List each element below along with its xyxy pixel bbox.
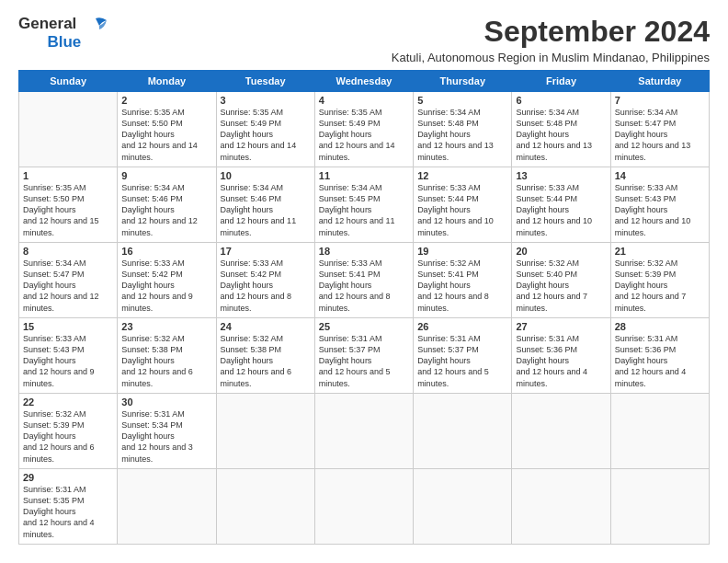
table-row (19, 92, 118, 167)
table-row: 22Sunrise: 5:32 AMSunset: 5:39 PMDayligh… (19, 394, 118, 469)
table-row: 19Sunrise: 5:32 AMSunset: 5:41 PMDayligh… (414, 243, 512, 318)
day-info: Sunrise: 5:32 AMSunset: 5:38 PMDaylight … (121, 333, 211, 389)
table-row: 4Sunrise: 5:35 AMSunset: 5:49 PMDaylight… (314, 92, 413, 167)
day-info: Sunrise: 5:32 AMSunset: 5:38 PMDaylight … (221, 333, 311, 389)
header-wednesday: Wednesday (314, 71, 413, 92)
table-row (512, 394, 610, 469)
day-number: 7 (615, 95, 705, 106)
page-header: General Blue September 2024 Katuli, Auto… (18, 15, 710, 64)
table-row: 17Sunrise: 5:33 AMSunset: 5:42 PMDayligh… (216, 243, 314, 318)
table-row (216, 394, 314, 469)
day-info: Sunrise: 5:33 AMSunset: 5:41 PMDaylight … (319, 258, 409, 314)
day-number: 4 (319, 95, 409, 106)
logo: General Blue (18, 15, 108, 52)
day-number: 10 (221, 170, 311, 181)
day-info: Sunrise: 5:31 AMSunset: 5:37 PMDaylight … (417, 333, 507, 389)
day-info: Sunrise: 5:33 AMSunset: 5:44 PMDaylight … (417, 182, 507, 238)
table-row: 14Sunrise: 5:33 AMSunset: 5:43 PMDayligh… (610, 167, 709, 243)
logo-blue: Blue (47, 33, 81, 51)
day-number: 23 (121, 321, 211, 332)
table-row (610, 469, 709, 545)
calendar-week-row: 22Sunrise: 5:32 AMSunset: 5:39 PMDayligh… (19, 394, 710, 469)
day-number: 6 (516, 95, 606, 106)
day-number: 19 (417, 246, 507, 257)
table-row: 5Sunrise: 5:34 AMSunset: 5:48 PMDaylight… (414, 92, 512, 167)
table-row: 10Sunrise: 5:34 AMSunset: 5:46 PMDayligh… (216, 167, 314, 243)
day-number: 30 (121, 396, 211, 408)
table-row: 24Sunrise: 5:32 AMSunset: 5:38 PMDayligh… (216, 318, 314, 394)
day-number: 29 (23, 472, 113, 483)
table-row (512, 469, 610, 545)
table-row: 9Sunrise: 5:34 AMSunset: 5:46 PMDaylight… (118, 167, 216, 243)
day-info: Sunrise: 5:32 AMSunset: 5:41 PMDaylight … (417, 258, 507, 314)
day-info: Sunrise: 5:33 AMSunset: 5:44 PMDaylight … (516, 182, 606, 238)
table-row (610, 394, 709, 469)
day-info: Sunrise: 5:34 AMSunset: 5:48 PMDaylight … (516, 107, 606, 163)
table-row: 12Sunrise: 5:33 AMSunset: 5:44 PMDayligh… (414, 167, 512, 243)
table-row: 20Sunrise: 5:32 AMSunset: 5:40 PMDayligh… (512, 243, 610, 318)
day-info: Sunrise: 5:32 AMSunset: 5:39 PMDaylight … (615, 258, 705, 314)
header-monday: Monday (118, 71, 216, 92)
calendar-week-row: 29Sunrise: 5:31 AMSunset: 5:35 PMDayligh… (19, 469, 710, 545)
table-row (414, 394, 512, 469)
day-number: 15 (23, 321, 113, 332)
day-info: Sunrise: 5:35 AMSunset: 5:49 PMDaylight … (221, 107, 311, 163)
day-info: Sunrise: 5:32 AMSunset: 5:40 PMDaylight … (516, 258, 606, 314)
day-number: 12 (417, 170, 507, 181)
day-number: 24 (221, 321, 311, 332)
table-row: 8Sunrise: 5:34 AMSunset: 5:47 PMDaylight… (19, 243, 118, 318)
table-row: 23Sunrise: 5:32 AMSunset: 5:38 PMDayligh… (118, 318, 216, 394)
table-row: 13Sunrise: 5:33 AMSunset: 5:44 PMDayligh… (512, 167, 610, 243)
day-number: 17 (221, 246, 311, 257)
day-info: Sunrise: 5:32 AMSunset: 5:39 PMDaylight … (23, 408, 113, 465)
day-number: 8 (23, 246, 113, 257)
day-info: Sunrise: 5:33 AMSunset: 5:42 PMDaylight … (121, 258, 211, 314)
day-info: Sunrise: 5:31 AMSunset: 5:37 PMDaylight … (319, 333, 409, 389)
day-number: 1 (23, 170, 113, 181)
day-number: 26 (417, 321, 507, 332)
header-tuesday: Tuesday (216, 71, 314, 92)
table-row: 28Sunrise: 5:31 AMSunset: 5:36 PMDayligh… (610, 318, 709, 394)
day-info: Sunrise: 5:34 AMSunset: 5:47 PMDaylight … (23, 258, 113, 314)
day-info: Sunrise: 5:34 AMSunset: 5:46 PMDaylight … (121, 182, 211, 238)
table-row (314, 394, 413, 469)
day-number: 22 (23, 396, 113, 408)
day-info: Sunrise: 5:34 AMSunset: 5:48 PMDaylight … (417, 107, 507, 163)
day-number: 5 (417, 95, 507, 106)
table-row (414, 469, 512, 545)
table-row: 29Sunrise: 5:31 AMSunset: 5:35 PMDayligh… (19, 469, 118, 545)
day-info: Sunrise: 5:33 AMSunset: 5:43 PMDaylight … (615, 182, 705, 238)
table-row (118, 469, 216, 545)
day-number: 13 (516, 170, 606, 181)
header-saturday: Saturday (610, 71, 709, 92)
day-info: Sunrise: 5:31 AMSunset: 5:36 PMDaylight … (516, 333, 606, 389)
day-info: Sunrise: 5:31 AMSunset: 5:36 PMDaylight … (615, 333, 705, 389)
calendar-week-row: 2Sunrise: 5:35 AMSunset: 5:50 PMDaylight… (19, 92, 710, 167)
day-number: 20 (516, 246, 606, 257)
table-row: 26Sunrise: 5:31 AMSunset: 5:37 PMDayligh… (414, 318, 512, 394)
day-number: 14 (615, 170, 705, 181)
day-number: 25 (319, 321, 409, 332)
table-row: 2Sunrise: 5:35 AMSunset: 5:50 PMDaylight… (118, 92, 216, 167)
table-row: 15Sunrise: 5:33 AMSunset: 5:43 PMDayligh… (19, 318, 118, 394)
header-sunday: Sunday (19, 71, 118, 92)
table-row: 6Sunrise: 5:34 AMSunset: 5:48 PMDaylight… (512, 92, 610, 167)
header-friday: Friday (512, 71, 610, 92)
day-number: 28 (615, 321, 705, 332)
location-subtitle: Katuli, Autonomous Region in Muslim Mind… (392, 51, 710, 64)
day-number: 27 (516, 321, 606, 332)
table-row: 21Sunrise: 5:32 AMSunset: 5:39 PMDayligh… (610, 243, 709, 318)
calendar-week-row: 1Sunrise: 5:35 AMSunset: 5:50 PMDaylight… (19, 167, 710, 243)
day-info: Sunrise: 5:33 AMSunset: 5:42 PMDaylight … (221, 258, 311, 314)
day-number: 11 (319, 170, 409, 181)
table-row: 18Sunrise: 5:33 AMSunset: 5:41 PMDayligh… (314, 243, 413, 318)
day-info: Sunrise: 5:34 AMSunset: 5:45 PMDaylight … (319, 182, 409, 238)
table-row: 1Sunrise: 5:35 AMSunset: 5:50 PMDaylight… (19, 167, 118, 243)
table-row: 3Sunrise: 5:35 AMSunset: 5:49 PMDaylight… (216, 92, 314, 167)
day-info: Sunrise: 5:35 AMSunset: 5:49 PMDaylight … (319, 107, 409, 163)
day-info: Sunrise: 5:34 AMSunset: 5:47 PMDaylight … (615, 107, 705, 163)
day-number: 16 (121, 246, 211, 257)
day-number: 21 (615, 246, 705, 257)
day-number: 9 (121, 170, 211, 181)
day-number: 18 (319, 246, 409, 257)
